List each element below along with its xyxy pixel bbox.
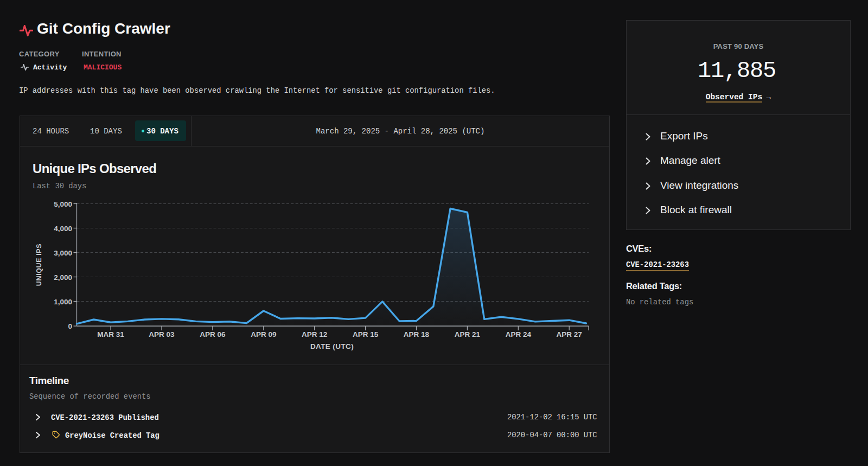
svg-text:APR 06: APR 06	[200, 330, 226, 339]
svg-text:5,000: 5,000	[54, 200, 72, 208]
svg-text:UNIQUE IPS: UNIQUE IPS	[35, 244, 43, 286]
svg-text:3,000: 3,000	[54, 249, 72, 257]
svg-text:0: 0	[68, 322, 72, 330]
svg-text:1,000: 1,000	[54, 298, 72, 306]
svg-text:DATE (UTC): DATE (UTC)	[310, 342, 354, 350]
svg-text:4,000: 4,000	[54, 225, 72, 233]
svg-text:APR 03: APR 03	[149, 330, 175, 339]
svg-text:APR 21: APR 21	[455, 330, 481, 339]
svg-text:2,000: 2,000	[54, 273, 72, 282]
svg-text:APR 09: APR 09	[251, 330, 276, 339]
svg-text:MAR 31: MAR 31	[97, 330, 124, 339]
svg-text:APR 12: APR 12	[302, 330, 327, 339]
svg-text:APR 24: APR 24	[506, 330, 532, 339]
svg-text:APR 18: APR 18	[404, 330, 430, 339]
svg-text:APR 15: APR 15	[353, 330, 379, 339]
svg-text:APR 27: APR 27	[557, 330, 582, 339]
